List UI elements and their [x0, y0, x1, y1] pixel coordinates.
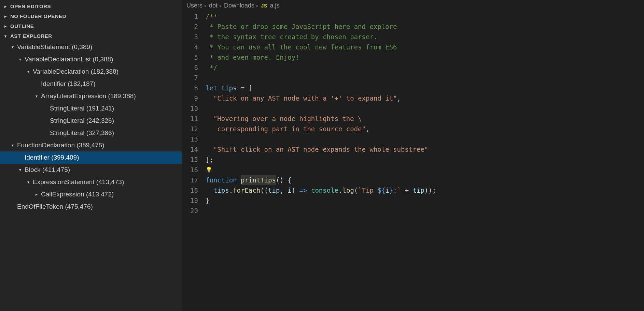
ast-tree-item[interactable]: ▾VariableDeclaration (182,388) [0, 65, 182, 78]
ast-node-label: VariableStatement (0,389) [17, 43, 92, 51]
code-line[interactable]: "Click on any AST node with a '+' to exp… [206, 93, 644, 103]
token-keyword: function [206, 175, 237, 185]
ast-node-label: VariableDeclaration (182,388) [33, 68, 118, 75]
token-punct: ]; [206, 154, 213, 165]
line-number: 2 [182, 21, 198, 32]
chevron-down-icon[interactable]: ▾ [17, 57, 23, 62]
ast-node-label: EndOfFileToken (475,476) [17, 203, 93, 210]
code-line[interactable]: /** [206, 11, 644, 21]
line-number-gutter: 1234567891011121314151617181920 [182, 11, 206, 216]
breadcrumb: Users ▸ dot ▸ Downloads ▸ JS a.js [182, 0, 644, 11]
code-line[interactable]: corresponding part in the source code", [206, 124, 644, 134]
token-string: :` [393, 185, 401, 195]
panel-title: OPEN EDITORS [10, 3, 51, 9]
breadcrumb-segment[interactable]: Users [186, 2, 202, 9]
line-number: 15 [182, 154, 198, 165]
chevron-right-icon: ▸ [3, 14, 8, 19]
ast-tree-item[interactable]: ▾FunctionDeclaration (389,475) [0, 139, 182, 151]
chevron-down-icon[interactable]: ▾ [10, 45, 16, 49]
chevron-down-icon[interactable]: ▾ [25, 180, 31, 184]
ast-tree-item[interactable]: ▾ExpressionStatement (413,473) [0, 176, 182, 188]
token-punct: , [366, 124, 369, 134]
code-line[interactable]: * and even more. Enjoy! [206, 52, 644, 62]
ast-tree-item[interactable]: ▸StringLiteral (191,241) [0, 102, 182, 115]
ast-tree-item[interactable]: ▸StringLiteral (242,326) [0, 115, 182, 127]
ast-node-label: ArrayLiteralExpression (189,388) [41, 92, 136, 100]
breadcrumb-segment[interactable]: Downloads [224, 2, 254, 9]
code-line[interactable]: "Shift click on an AST node expands the … [206, 144, 644, 154]
token-string: corresponding part in the source code" [206, 124, 366, 134]
code-line[interactable] [206, 73, 644, 83]
code-line[interactable]: } [206, 195, 644, 206]
line-number: 4 [182, 42, 198, 52]
token-punct: } [206, 195, 209, 206]
chevron-down-icon[interactable]: ▾ [17, 167, 23, 172]
code-line[interactable] [206, 103, 644, 114]
token-comment: * and even more. Enjoy! [206, 52, 299, 62]
panel-title: NO FOLDER OPENED [10, 13, 66, 19]
ast-tree-item[interactable]: ▾Block (411,475) [0, 164, 182, 176]
code-line[interactable] [206, 134, 644, 144]
line-number: 5 [182, 52, 198, 62]
line-number: 17 [182, 175, 198, 185]
chevron-down-icon[interactable]: ▾ [33, 94, 40, 99]
panel-title: AST EXPLORER [10, 33, 52, 39]
token-string: `Tip [358, 185, 377, 195]
ast-tree-item[interactable]: ▾ArrayLiteralExpression (189,388) [0, 90, 182, 102]
ast-tree-item[interactable]: ▸CallExpression (413,472) [0, 188, 182, 201]
ast-node-label: VariableDeclarationList (0,388) [25, 56, 113, 63]
code-line[interactable]: * You can use all the cool new features … [206, 42, 644, 52]
chevron-right-icon: ▸ [205, 3, 207, 8]
ast-node-label: ExpressionStatement (413,473) [33, 178, 124, 186]
token-keyword: let [206, 83, 221, 93]
code-line[interactable] [206, 206, 644, 216]
token-ident: tips [221, 83, 237, 93]
ast-tree-item[interactable]: ▾VariableDeclarationList (0,388) [0, 53, 182, 65]
line-number: 11 [182, 114, 198, 124]
breadcrumb-segment[interactable]: dot [209, 2, 218, 9]
ast-tree-item[interactable]: ▸Identifier (399,409) [0, 151, 182, 164]
code-line[interactable]: */ [206, 62, 644, 73]
token-obj: console [311, 185, 338, 195]
token-param: tip [268, 185, 280, 195]
ast-tree-item[interactable]: ▾VariableStatement (0,389) [0, 41, 182, 53]
token-punct [307, 185, 311, 195]
panel-header[interactable]: ▸OPEN EDITORS [0, 1, 182, 11]
breadcrumb-file[interactable]: a.js [270, 2, 279, 9]
lightbulb-icon[interactable]: 💡 [206, 165, 212, 175]
code-line[interactable]: * the syntax tree created by chosen pars… [206, 32, 644, 42]
ast-node-label: StringLiteral (242,326) [50, 117, 114, 124]
code-line[interactable]: * Paste or drop some JavaScript here and… [206, 21, 644, 32]
code-area[interactable]: 1234567891011121314151617181920 /** * Pa… [182, 11, 644, 216]
line-number: 18 [182, 185, 198, 195]
token-string: "Hovering over a node highlights the \ [213, 114, 362, 124]
ast-tree-item[interactable]: ▸Identifier (182,187) [0, 78, 182, 90]
code-line[interactable]: "Hovering over a node highlights the \ [206, 114, 644, 124]
code-line[interactable]: ]; [206, 154, 644, 165]
code-line[interactable]: function printTips() { [206, 175, 644, 185]
ast-node-label: StringLiteral (327,386) [50, 129, 114, 137]
token-comment: * the syntax tree created by chosen pars… [206, 32, 377, 42]
token-punct: (( [260, 185, 268, 195]
chevron-right-icon[interactable]: ▸ [33, 192, 40, 197]
panel-title: OUTLINE [10, 23, 34, 29]
token-ident: i [385, 185, 389, 195]
ast-tree-item[interactable]: ▸EndOfFileToken (475,476) [0, 201, 182, 213]
chevron-down-icon: ▾ [3, 34, 8, 39]
token-punct: = [ [237, 83, 253, 93]
token-string: "Click on any AST node with a '+' to exp… [213, 93, 397, 103]
line-number: 10 [182, 103, 198, 114]
chevron-down-icon[interactable]: ▾ [10, 143, 16, 148]
token-interp: ${ [378, 185, 386, 195]
panel-header[interactable]: ▸OUTLINE [0, 21, 182, 31]
code-line[interactable]: tips.forEach((tip, i) => console.log(`Ti… [206, 185, 644, 195]
chevron-down-icon[interactable]: ▾ [25, 69, 31, 74]
token-comment: * You can use all the cool new features … [206, 42, 397, 52]
chevron-right-icon: ▸ [220, 3, 222, 8]
panel-header[interactable]: ▾AST EXPLORER [0, 31, 182, 41]
code-line[interactable]: 💡 [206, 165, 644, 175]
code-line[interactable]: let tips = [ [206, 83, 644, 93]
code-content[interactable]: /** * Paste or drop some JavaScript here… [206, 11, 644, 216]
ast-tree-item[interactable]: ▸StringLiteral (327,386) [0, 127, 182, 139]
panel-header[interactable]: ▸NO FOLDER OPENED [0, 11, 182, 21]
